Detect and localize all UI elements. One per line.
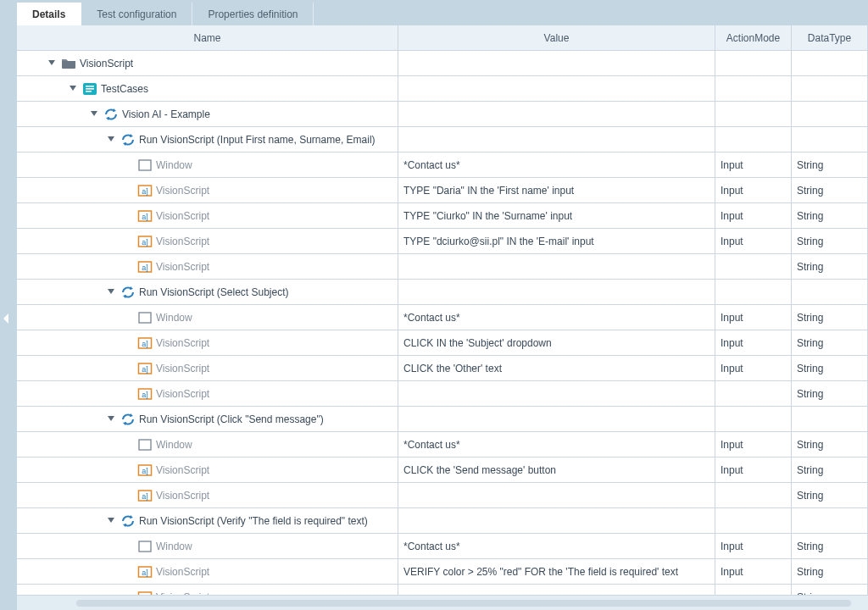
expand-toggle[interactable]	[88, 108, 100, 120]
row-value[interactable]	[398, 381, 715, 406]
tree-row[interactable]: a]VisionScriptCLICK the 'Send message' b…	[17, 458, 868, 483]
row-actionmode[interactable]: Input	[715, 559, 792, 584]
row-datatype[interactable]: String	[792, 534, 868, 558]
tree-row[interactable]: Window*Contact us*InputString	[17, 534, 868, 559]
col-header-name[interactable]: Name	[17, 25, 398, 50]
row-datatype[interactable]: String	[792, 458, 868, 482]
row-value[interactable]: TYPE "Ciurko" IN the 'Surname' input	[398, 203, 715, 228]
row-value[interactable]	[398, 585, 715, 595]
row-datatype[interactable]	[792, 102, 868, 126]
tree-row[interactable]: a]VisionScriptString	[17, 381, 868, 407]
row-value[interactable]	[398, 483, 715, 507]
row-value[interactable]	[398, 254, 715, 279]
row-datatype[interactable]: String	[792, 152, 868, 177]
tab-properties-definition[interactable]: Properties definition	[192, 3, 314, 25]
tree-row[interactable]: Window*Contact us*InputString	[17, 432, 868, 458]
row-datatype[interactable]: String	[792, 559, 868, 584]
row-actionmode[interactable]: Input	[715, 229, 792, 253]
tree-row[interactable]: a]VisionScriptTYPE "Daria" IN the 'First…	[17, 178, 868, 203]
tree-row[interactable]: a]VisionScriptCLICK IN the 'Subject' dro…	[17, 330, 868, 356]
tree-row[interactable]: a]VisionScriptTYPE "dciurko@sii.pl" IN t…	[17, 229, 868, 254]
row-value[interactable]	[398, 51, 715, 75]
row-value[interactable]: *Contact us*	[398, 534, 715, 558]
row-actionmode[interactable]: Input	[715, 432, 792, 457]
row-actionmode[interactable]: Input	[715, 178, 792, 202]
row-value[interactable]: VERIFY color > 25% "red" FOR the 'The fi…	[398, 559, 715, 584]
collapse-rail[interactable]	[0, 0, 17, 610]
row-actionmode[interactable]	[715, 127, 792, 152]
tree-row[interactable]: Run VisionScript (Click "Send message")	[17, 407, 868, 432]
row-value[interactable]: CLICK IN the 'Subject' dropdown	[398, 330, 715, 355]
row-value[interactable]: CLICK the 'Other' text	[398, 356, 715, 380]
row-value[interactable]: *Contact us*	[398, 432, 715, 457]
tree-row[interactable]: a]VisionScriptString	[17, 254, 868, 280]
expand-toggle[interactable]	[105, 134, 117, 146]
tree-row[interactable]: a]VisionScriptVERIFY color > 25% "red" F…	[17, 559, 868, 585]
row-datatype[interactable]	[792, 280, 868, 304]
expand-toggle[interactable]	[105, 515, 117, 527]
horizontal-scroll[interactable]	[17, 595, 868, 610]
row-actionmode[interactable]	[715, 51, 792, 75]
row-value[interactable]	[398, 127, 715, 152]
row-datatype[interactable]: String	[792, 585, 868, 595]
row-actionmode[interactable]: Input	[715, 152, 792, 177]
tree-row[interactable]: Run VisionScript (Select Subject)	[17, 280, 868, 305]
row-datatype[interactable]: String	[792, 254, 868, 279]
row-value[interactable]: CLICK the 'Send message' button	[398, 458, 715, 482]
row-actionmode[interactable]: Input	[715, 356, 792, 380]
tree-row[interactable]: a]VisionScriptCLICK the 'Other' textInpu…	[17, 356, 868, 381]
row-actionmode[interactable]	[715, 102, 792, 126]
row-datatype[interactable]: String	[792, 381, 868, 406]
row-datatype[interactable]: String	[792, 178, 868, 202]
row-actionmode[interactable]	[715, 585, 792, 595]
row-datatype[interactable]: String	[792, 203, 868, 228]
row-actionmode[interactable]	[715, 280, 792, 304]
row-actionmode[interactable]: Input	[715, 534, 792, 558]
row-actionmode[interactable]	[715, 381, 792, 406]
tree-row[interactable]: Window*Contact us*InputString	[17, 305, 868, 330]
row-value[interactable]	[398, 280, 715, 304]
tree-row[interactable]: a]VisionScriptString	[17, 585, 868, 595]
row-datatype[interactable]: String	[792, 356, 868, 380]
row-datatype[interactable]	[792, 407, 868, 431]
col-header-action[interactable]: ActionMode	[715, 25, 792, 50]
expand-toggle[interactable]	[46, 58, 58, 69]
row-value[interactable]: *Contact us*	[398, 305, 715, 330]
row-value[interactable]: TYPE "Daria" IN the 'First name' input	[398, 178, 715, 202]
row-actionmode[interactable]: Input	[715, 203, 792, 228]
row-value[interactable]	[398, 407, 715, 431]
expand-toggle[interactable]	[67, 83, 79, 95]
row-actionmode[interactable]	[715, 76, 792, 101]
col-header-datatype[interactable]: DataType	[792, 25, 868, 50]
row-datatype[interactable]: String	[792, 305, 868, 330]
row-datatype[interactable]	[792, 508, 868, 533]
row-actionmode[interactable]	[715, 407, 792, 431]
row-datatype[interactable]: String	[792, 330, 868, 355]
row-datatype[interactable]: String	[792, 229, 868, 253]
tree-row[interactable]: a]VisionScriptTYPE "Ciurko" IN the 'Surn…	[17, 203, 868, 229]
tab-test-configuration[interactable]: Test configuration	[81, 3, 192, 25]
row-value[interactable]	[398, 102, 715, 126]
row-datatype[interactable]	[792, 51, 868, 75]
row-value[interactable]	[398, 76, 715, 101]
row-value[interactable]	[398, 508, 715, 533]
tree-row[interactable]: Run VisionScript (Verify "The field is r…	[17, 508, 868, 534]
row-value[interactable]: TYPE "dciurko@sii.pl" IN the 'E-mail' in…	[398, 229, 715, 253]
tree-row[interactable]: Window*Contact us*InputString	[17, 152, 868, 178]
row-datatype[interactable]	[792, 127, 868, 152]
row-datatype[interactable]: String	[792, 432, 868, 457]
row-actionmode[interactable]	[715, 483, 792, 507]
tree-row[interactable]: VisionScript	[17, 51, 868, 76]
tree-grid[interactable]: VisionScriptTestCasesVision AI - Example…	[17, 51, 868, 595]
tab-details[interactable]: Details	[17, 3, 81, 25]
tree-row[interactable]: TestCases	[17, 76, 868, 102]
row-value[interactable]: *Contact us*	[398, 152, 715, 177]
col-header-value[interactable]: Value	[398, 25, 715, 50]
row-datatype[interactable]	[792, 76, 868, 101]
row-actionmode[interactable]: Input	[715, 458, 792, 482]
expand-toggle[interactable]	[105, 413, 117, 425]
row-actionmode[interactable]: Input	[715, 305, 792, 330]
tree-row[interactable]: a]VisionScriptString	[17, 483, 868, 508]
tree-row[interactable]: Run VisionScript (Input First name, Surn…	[17, 127, 868, 152]
expand-toggle[interactable]	[105, 286, 117, 298]
